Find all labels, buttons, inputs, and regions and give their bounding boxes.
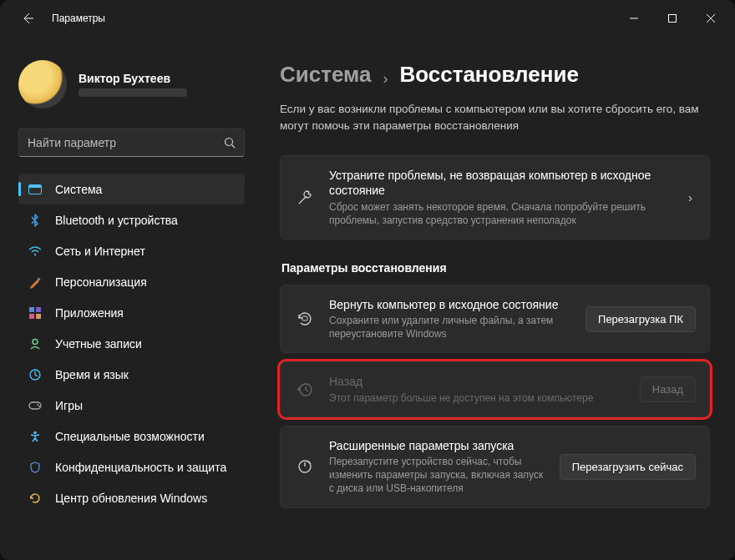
chevron-right-icon: › — [685, 190, 696, 204]
nav-item-privacy[interactable]: Конфиденциальность и защита — [18, 452, 245, 482]
username: Виктор Бухтеев — [79, 72, 187, 85]
reset-icon — [294, 308, 316, 330]
network-icon — [27, 243, 43, 260]
app-title: Параметры — [52, 13, 105, 24]
nav-label: Bluetooth и устройства — [55, 214, 178, 227]
nav-label: Сеть и Интернет — [55, 245, 145, 258]
wrench-icon — [294, 187, 316, 209]
apps-icon — [27, 305, 43, 321]
svg-rect-11 — [36, 314, 41, 319]
card-advanced-startup: Расширенные параметры запуска Перезапуст… — [280, 426, 710, 508]
card-title: Расширенные параметры запуска — [329, 438, 550, 453]
nav-item-network[interactable]: Сеть и Интернет — [18, 235, 245, 266]
titlebar: Параметры — [0, 0, 735, 37]
maximize-button[interactable] — [653, 5, 692, 32]
search-box[interactable] — [18, 129, 245, 157]
nav-label: Приложения — [55, 306, 124, 320]
search-icon — [224, 137, 236, 149]
svg-point-4 — [226, 139, 233, 146]
section-header: Параметры восстановления — [281, 261, 710, 275]
card-title: Назад — [329, 374, 630, 389]
nav-label: Конфиденциальность и защита — [55, 461, 226, 474]
chevron-right-icon: › — [383, 70, 388, 88]
svg-point-6 — [34, 253, 36, 255]
nav-label: Система — [55, 183, 102, 196]
card-troubleshoot[interactable]: Устраните проблемы, не возвращая компьют… — [280, 155, 710, 240]
account-email — [79, 88, 187, 97]
privacy-icon — [27, 459, 43, 476]
reset-pc-button[interactable]: Перезагрузка ПК — [585, 306, 696, 332]
nav-item-personalization[interactable]: Персонализация — [18, 266, 245, 297]
svg-point-16 — [38, 406, 40, 407]
power-restart-icon — [294, 456, 316, 477]
nav-label: Центр обновления Windows — [55, 492, 207, 505]
nav-item-system[interactable]: Система — [18, 174, 245, 204]
history-icon — [294, 379, 316, 401]
svg-rect-10 — [29, 314, 34, 319]
breadcrumb-parent[interactable]: Система — [280, 62, 371, 88]
restart-now-button[interactable]: Перезагрузить сейчас — [560, 454, 696, 480]
nav-label: Специальные возможности — [55, 430, 205, 443]
avatar — [18, 60, 67, 108]
page-title: Восстановление — [399, 62, 578, 88]
nav-label: Персонализация — [55, 275, 147, 289]
card-go-back: Назад Этот параметр больше не доступен н… — [280, 361, 710, 416]
card-subtitle: Перезапустите устройство сейчас, чтобы и… — [329, 455, 550, 496]
svg-rect-18 — [302, 316, 307, 320]
card-subtitle: Этот параметр больше не доступен на этом… — [329, 391, 630, 405]
bluetooth-icon — [27, 212, 43, 229]
nav-item-gaming[interactable]: Игры — [18, 390, 245, 421]
card-title: Вернуть компьютер в исходное состояние — [329, 297, 575, 312]
nav-label: Учетные записи — [55, 337, 142, 351]
content: Виктор Бухтеев Система Bluetooth и устро… — [0, 37, 735, 560]
nav-item-accessibility[interactable]: Специальные возможности — [18, 421, 245, 452]
system-icon — [27, 181, 43, 198]
windows-update-icon — [27, 490, 43, 507]
search-input[interactable] — [28, 136, 224, 149]
svg-point-17 — [33, 431, 37, 434]
close-button[interactable] — [692, 5, 730, 32]
nav-label: Игры — [55, 399, 83, 412]
nav-item-bluetooth[interactable]: Bluetooth и устройства — [18, 204, 245, 235]
svg-rect-14 — [29, 402, 41, 409]
sidebar: Виктор Бухтеев Система Bluetooth и устро… — [0, 37, 255, 560]
svg-rect-1 — [669, 15, 677, 23]
nav-item-accounts[interactable]: Учетные записи — [18, 328, 245, 359]
nav-label: Время и язык — [55, 368, 129, 381]
window-controls — [615, 5, 730, 32]
minimize-button[interactable] — [615, 5, 653, 32]
personalization-icon — [27, 274, 43, 290]
card-reset-pc: Вернуть компьютер в исходное состояние С… — [280, 285, 710, 354]
settings-window: Параметры Виктор Бухтеев — [0, 0, 735, 560]
card-subtitle: Сброс может занять некоторое время. Снач… — [329, 200, 675, 227]
svg-point-12 — [33, 339, 38, 344]
breadcrumb: Система › Восстановление — [280, 62, 710, 88]
svg-point-15 — [37, 404, 38, 406]
card-subtitle: Сохраните или удалите личные файлы, а за… — [329, 314, 575, 341]
card-title: Устраните проблемы, не возвращая компьют… — [329, 168, 675, 198]
nav-item-apps[interactable]: Приложения — [18, 297, 245, 328]
profile-block[interactable]: Виктор Бухтеев — [18, 60, 245, 108]
main-panel: Система › Восстановление Если у вас возн… — [255, 37, 735, 560]
accounts-icon — [27, 335, 43, 352]
intro-text: Если у вас возникли проблемы с компьютер… — [280, 101, 706, 134]
gaming-icon — [27, 397, 43, 414]
nav-item-time-language[interactable]: Время и язык — [18, 359, 245, 390]
time-language-icon — [27, 366, 43, 383]
svg-rect-8 — [29, 307, 34, 312]
svg-line-5 — [232, 145, 236, 149]
go-back-button: Назад — [640, 376, 696, 402]
back-button[interactable] — [15, 6, 40, 31]
svg-rect-9 — [36, 307, 41, 312]
accessibility-icon — [27, 428, 43, 445]
nav: Система Bluetooth и устройства Сеть и Ин… — [18, 174, 245, 560]
nav-item-windows-update[interactable]: Центр обновления Windows — [18, 482, 245, 513]
